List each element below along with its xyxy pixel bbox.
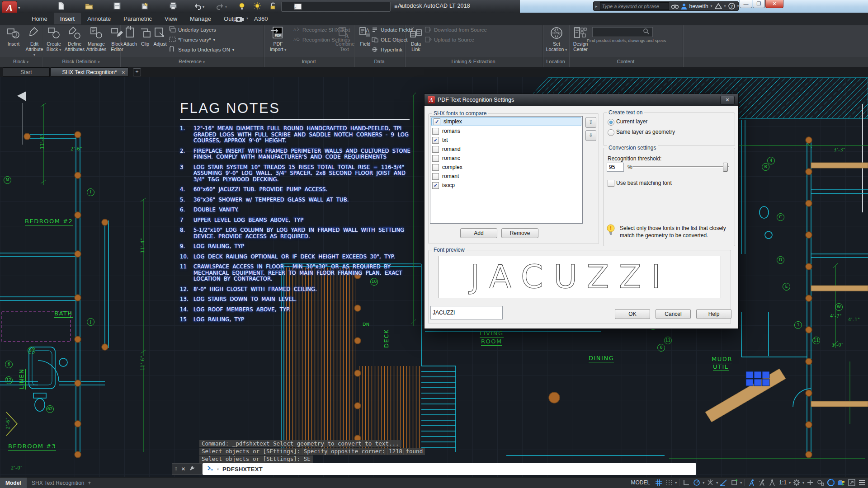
remove-font-button[interactable]: Remove	[501, 228, 538, 238]
isodraft-icon[interactable]	[705, 478, 715, 487]
font-row-romans[interactable]: romans	[430, 127, 582, 136]
open-file-button[interactable]	[85, 2, 94, 11]
command-bar[interactable]: ⣿ ✕ ▾ PDFSHXTEXT	[172, 463, 696, 475]
current-layer-radio-label[interactable]: Current layer	[616, 118, 647, 125]
camera-tab-dropdown-icon[interactable]: ▾	[246, 16, 248, 20]
minimize-button[interactable]: —	[740, 0, 752, 8]
new-file-button[interactable]	[57, 2, 66, 11]
panel-title-import[interactable]: Import	[302, 59, 316, 64]
best-match-label[interactable]: Use best matching font	[616, 180, 672, 186]
workspace-dropdown-icon[interactable]: ▾	[802, 481, 805, 485]
file-tab-shx-recognition[interactable]: SHX Text Recognition*✕	[51, 67, 128, 77]
object-snap-icon[interactable]	[729, 478, 739, 487]
frames-vary-button[interactable]: *Frames vary* ▾	[169, 35, 215, 44]
ribbon-tab-manage[interactable]: Manage	[184, 13, 217, 24]
font-row-romanc[interactable]: romanc	[430, 154, 582, 163]
cancel-button[interactable]: Cancel	[656, 309, 691, 319]
undo-button[interactable]	[193, 2, 203, 11]
save-as-button[interactable]	[141, 2, 150, 11]
same-layer-radio-label[interactable]: Same layer as geometry	[616, 129, 675, 135]
new-file-tab-button[interactable]: +	[133, 68, 141, 76]
edit-attribute-button[interactable]: Edit Attribute ▾	[24, 26, 44, 58]
layer-bulb-icon[interactable]	[238, 2, 247, 11]
snap-dropdown-icon[interactable]: ▾	[675, 481, 677, 485]
search-binoculars-icon[interactable]	[671, 4, 679, 9]
attach-button[interactable]: Attach	[122, 26, 138, 47]
recent-commands-icon[interactable]: ▾	[217, 467, 219, 471]
threshold-slider-handle[interactable]	[723, 163, 728, 172]
best-match-checkbox[interactable]	[608, 180, 614, 187]
upload-to-source-button[interactable]: Upload to Source	[425, 35, 474, 44]
underlay-layers-button[interactable]: Underlay Layers	[169, 25, 216, 34]
panel-title-block[interactable]: Block ▾	[13, 59, 28, 64]
annotation-visibility-icon[interactable]	[746, 478, 756, 487]
drag-handle-icon[interactable]: ⣿	[175, 467, 178, 471]
download-from-source-button[interactable]: Download from Source	[425, 25, 487, 34]
snap-mode-icon[interactable]	[664, 478, 674, 487]
same-layer-radio[interactable]	[608, 129, 614, 136]
command-input[interactable]: ▾ PDFSHXTEXT	[203, 463, 696, 475]
dialog-close-button[interactable]: ✕	[720, 96, 735, 105]
customization-menu-icon[interactable]	[857, 478, 867, 487]
help-dropdown-icon[interactable]: ▾	[737, 4, 739, 8]
panel-title-block-definition[interactable]: Block Definition ▾	[62, 59, 100, 64]
set-location-button[interactable]: Set Location ▾	[545, 26, 568, 52]
restore-button[interactable]: ❐	[753, 0, 765, 8]
layout-tab-model[interactable]: Model	[0, 478, 27, 488]
font-row-romant[interactable]: romant	[430, 172, 582, 181]
grid-display-icon[interactable]	[654, 478, 664, 487]
layer-combo[interactable]: 0 ▾	[281, 2, 391, 12]
object-snap-tracking-icon[interactable]	[719, 478, 729, 487]
data-link-button[interactable]: Data Link	[407, 26, 425, 52]
panel-title-location[interactable]: Location	[546, 59, 565, 64]
polar-dropdown-icon[interactable]: ▾	[702, 481, 705, 485]
font-row-complex[interactable]: complex	[430, 163, 582, 172]
preview-sample-input[interactable]	[430, 306, 503, 319]
customize-plus-icon[interactable]	[805, 478, 815, 487]
trusted-settings-icon[interactable]	[836, 478, 846, 487]
command-wrench-icon[interactable]	[189, 465, 195, 473]
ribbon-tab-annotate[interactable]: Annotate	[81, 13, 117, 24]
threshold-slider[interactable]	[632, 166, 729, 168]
model-space-button[interactable]: MODEL	[628, 479, 654, 486]
infocenter-search-input[interactable]	[600, 2, 669, 10]
layout-tab-shx-recognition[interactable]: SHX Text Recognition	[26, 478, 90, 488]
font-checkbox-txt[interactable]: ✓	[432, 137, 439, 144]
ribbon-tab-parametric[interactable]: Parametric	[117, 13, 158, 24]
panel-title-data[interactable]: Data	[374, 59, 384, 64]
layer-unlock-icon[interactable]	[269, 2, 278, 11]
font-checkbox-romant[interactable]	[432, 173, 439, 180]
panel-title-content[interactable]: Content	[617, 59, 635, 64]
panel-title-linking[interactable]: Linking & Extraction	[451, 59, 495, 64]
help-icon[interactable]: ?	[728, 3, 735, 9]
content-search-icon[interactable]	[643, 28, 649, 36]
help-button[interactable]: Help	[696, 309, 731, 319]
qat-customize-icon[interactable]: ≡ ▾	[394, 3, 403, 9]
font-row-simplex[interactable]: ✓simplex	[431, 117, 581, 126]
undo-dropdown-icon[interactable]: ▾	[203, 5, 204, 9]
annotation-scale-value[interactable]: 1:1	[778, 479, 788, 486]
shx-font-list[interactable]: ✓simplexromans✓txtromandromanccomplexrom…	[430, 116, 583, 224]
redo-button[interactable]	[216, 2, 225, 11]
close-button[interactable]: ✕	[765, 0, 783, 8]
font-row-isocp[interactable]: ✓isocp	[430, 181, 582, 190]
combine-text-button[interactable]: A Combine Text	[335, 26, 354, 52]
plot-button[interactable]	[169, 2, 178, 11]
font-checkbox-romans[interactable]	[432, 128, 439, 135]
hardware-acceleration-icon[interactable]	[826, 478, 836, 487]
panel-title-reference[interactable]: Reference ▾	[179, 59, 205, 64]
command-input-text[interactable]: PDFSHXTEXT	[222, 466, 263, 473]
polar-tracking-icon[interactable]	[692, 478, 702, 487]
snap-to-underlays-button[interactable]: Snap to Underlays ON ▾	[169, 45, 234, 54]
define-attributes-button[interactable]: Define Attributes	[64, 26, 85, 52]
signed-in-user[interactable]: hewetth	[689, 3, 708, 9]
font-checkbox-romand[interactable]	[432, 146, 439, 153]
file-tab-close-icon[interactable]: ✕	[122, 68, 125, 77]
adjust-button[interactable]: Adjust	[152, 26, 168, 47]
application-menu-arrow-icon[interactable]: ▾	[18, 5, 20, 10]
ribbon-tab-view[interactable]: View	[158, 13, 184, 24]
redo-dropdown-icon[interactable]: ▾	[225, 5, 227, 9]
annotation-autoscale-icon[interactable]	[757, 478, 767, 487]
save-button[interactable]	[113, 2, 122, 11]
ole-object-button[interactable]: OLE Object	[372, 35, 407, 44]
